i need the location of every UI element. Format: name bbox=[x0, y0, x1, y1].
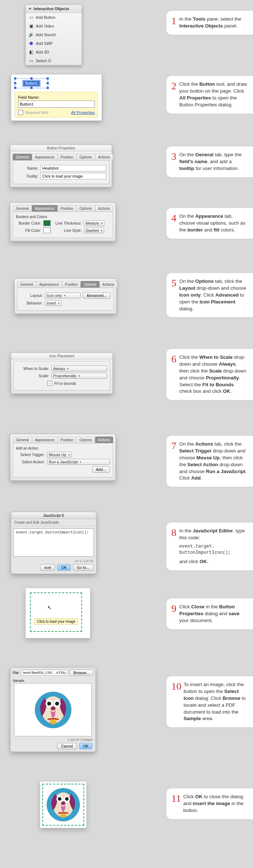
tab-actions[interactable]: Actions bbox=[99, 281, 118, 288]
tab-appearance[interactable]: Appearance bbox=[32, 154, 58, 160]
scale-select[interactable]: Proportionally▾ bbox=[51, 373, 107, 379]
step-4-text: 4 On the Appearance tab, choose visual o… bbox=[166, 208, 253, 239]
step-9-text: 9 Click Close in the Button Properties d… bbox=[166, 599, 253, 629]
button-selection[interactable]: Button1 bbox=[15, 78, 48, 88]
button-with-image bbox=[40, 781, 87, 828]
icon-placement-dialog: Icon Placement When to Scale: Always▾ Sc… bbox=[11, 353, 113, 394]
step-1-text: 1 In the Tools pane, select the Interact… bbox=[166, 11, 253, 35]
tool-select-object[interactable]: ▭Select O bbox=[26, 56, 82, 65]
tab-appearance[interactable]: Appearance bbox=[36, 281, 62, 288]
step-10-text: 10 To insert an image, click the button … bbox=[166, 676, 253, 727]
code-editor[interactable]: event.target.buttonImportIcon(); bbox=[13, 528, 94, 557]
scale-label: Scale: bbox=[17, 374, 49, 378]
sound-icon: 🔊 bbox=[29, 32, 34, 37]
button-properties-general: Button Properties General Appearance Pos… bbox=[10, 145, 112, 187]
ok-button[interactable]: OK bbox=[79, 743, 93, 749]
tab-general[interactable]: General bbox=[13, 437, 32, 443]
line-thickness-select[interactable]: Medium▾ bbox=[84, 220, 104, 226]
svg-point-6 bbox=[55, 701, 59, 705]
tab-options[interactable]: Options bbox=[76, 437, 95, 443]
cancel-button[interactable]: Cancel bbox=[57, 743, 77, 749]
border-color-swatch[interactable] bbox=[43, 220, 51, 226]
tab-options[interactable]: Options bbox=[76, 154, 95, 160]
tab-options[interactable]: Options bbox=[76, 205, 95, 212]
swf-icon: ⬢ bbox=[29, 41, 34, 46]
tab-actions[interactable]: Actions bbox=[95, 437, 113, 443]
field-name-label: Field Name: bbox=[18, 95, 95, 99]
tab-actions[interactable]: Actions bbox=[95, 154, 113, 160]
panel-title: Interactive Objects bbox=[34, 7, 69, 11]
goto-button[interactable]: Go to... bbox=[73, 564, 93, 571]
border-color-label: Border Color: bbox=[16, 221, 41, 225]
select-trigger-select[interactable]: Mouse Up▾ bbox=[47, 452, 72, 458]
cancel-button[interactable]: ncel bbox=[40, 564, 55, 571]
editor-status: Ln 1, Col 33 bbox=[11, 559, 96, 564]
select-action-select[interactable]: Run a JavaScript▾ bbox=[47, 459, 110, 465]
fill-color-label: Fill Color: bbox=[16, 228, 41, 233]
tool-add-video[interactable]: ▣Add Video bbox=[26, 22, 82, 30]
tool-add-3d[interactable]: ◧Add 3D bbox=[26, 48, 82, 56]
file-label: File: bbox=[13, 671, 20, 675]
fit-to-bounds-checkbox[interactable]: ✓Fit to bounds bbox=[47, 381, 76, 386]
step-2-text: 2 Click the Button tool, and draw your b… bbox=[166, 76, 253, 114]
fill-color-swatch[interactable] bbox=[43, 227, 51, 233]
button-target[interactable] bbox=[42, 784, 84, 826]
tab-general[interactable]: General bbox=[17, 281, 37, 288]
add-action-legend: Add an Action bbox=[16, 446, 110, 450]
tab-actions[interactable]: Actions bbox=[95, 205, 113, 212]
cube-icon: ◧ bbox=[29, 50, 34, 55]
dialog-title: Button Properties bbox=[10, 145, 112, 152]
tab-general[interactable]: General bbox=[13, 205, 32, 212]
field-name-input[interactable] bbox=[18, 101, 95, 108]
step-6-text: 6 Click the When to Scale drop-down and … bbox=[166, 349, 253, 400]
tab-position[interactable]: Position bbox=[57, 205, 77, 212]
pager-text: 1 out of 1 images bbox=[68, 738, 93, 741]
svg-point-7 bbox=[51, 706, 55, 710]
tab-position[interactable]: Position bbox=[57, 437, 77, 443]
dialog-title: JavaScript E bbox=[11, 512, 96, 519]
behavior-select[interactable]: Invert▾ bbox=[45, 300, 61, 306]
dialog-subtitle: Create and Edit JavaScripts bbox=[11, 519, 96, 526]
cursor-icon: ↖ bbox=[47, 605, 52, 610]
tab-position[interactable]: Position bbox=[57, 154, 77, 160]
javascript-editor: JavaScript E Create and Edit JavaScripts… bbox=[11, 512, 97, 574]
button-target[interactable]: ↖ Click to load your image bbox=[30, 592, 82, 632]
panel-header[interactable]: Interactive Objects bbox=[26, 5, 82, 13]
tool-add-swf[interactable]: ⬢Add SWF bbox=[26, 39, 82, 48]
step-instruction: In the Tools pane, select the Interactiv… bbox=[179, 16, 247, 30]
button-preview: ↖ Click to load your image bbox=[25, 588, 90, 638]
svg-point-5 bbox=[47, 701, 51, 705]
behavior-label: Behavior: bbox=[20, 301, 43, 305]
tooltip-input[interactable] bbox=[40, 173, 106, 179]
step-3-text: 3 On the General tab, type the field's n… bbox=[166, 146, 253, 177]
layout-select[interactable]: Icon only▾ bbox=[45, 293, 81, 298]
step-5-text: 5 On the Options tab, click the Layout d… bbox=[166, 273, 253, 317]
field-name-box: Field Name: Required field All Propertie… bbox=[15, 92, 98, 118]
interactive-objects-panel: Interactive Objects ▭Add Button ▣Add Vid… bbox=[25, 4, 82, 65]
button-icon: ▭ bbox=[29, 15, 34, 20]
name-label: Name: bbox=[16, 166, 38, 170]
all-properties-link[interactable]: All Properties bbox=[71, 110, 95, 115]
when-to-scale-select[interactable]: Always▾ bbox=[51, 366, 107, 371]
tool-add-sound[interactable]: 🔊Add Sound bbox=[26, 30, 82, 39]
dog-image bbox=[45, 787, 81, 823]
name-input[interactable] bbox=[40, 165, 106, 171]
advanced-button[interactable]: Advanced... bbox=[83, 292, 111, 299]
svg-point-17 bbox=[60, 813, 67, 818]
browse-button[interactable]: Browse... bbox=[69, 669, 93, 676]
tab-appearance[interactable]: Appearance bbox=[32, 205, 58, 212]
tool-add-button[interactable]: ▭Add Button bbox=[26, 13, 82, 22]
tutorial-page: 1 In the Tools pane, select the Interact… bbox=[0, 0, 253, 861]
tab-position[interactable]: Position bbox=[62, 281, 81, 288]
add-button[interactable]: Add... bbox=[92, 466, 110, 473]
tab-options[interactable]: Options bbox=[81, 281, 99, 288]
when-to-scale-label: When to Scale: bbox=[17, 366, 49, 371]
borders-legend: Borders and Colors bbox=[16, 215, 110, 219]
button-properties-appearance: General Appearance Position Options Acti… bbox=[10, 203, 116, 241]
tab-general[interactable]: General bbox=[13, 154, 32, 160]
ok-button[interactable]: OK bbox=[57, 564, 70, 571]
file-path-input[interactable] bbox=[21, 670, 68, 676]
line-style-select[interactable]: Dashed▾ bbox=[84, 227, 104, 233]
tab-appearance[interactable]: Appearance bbox=[32, 437, 58, 443]
required-checkbox[interactable]: Required field bbox=[18, 110, 48, 115]
